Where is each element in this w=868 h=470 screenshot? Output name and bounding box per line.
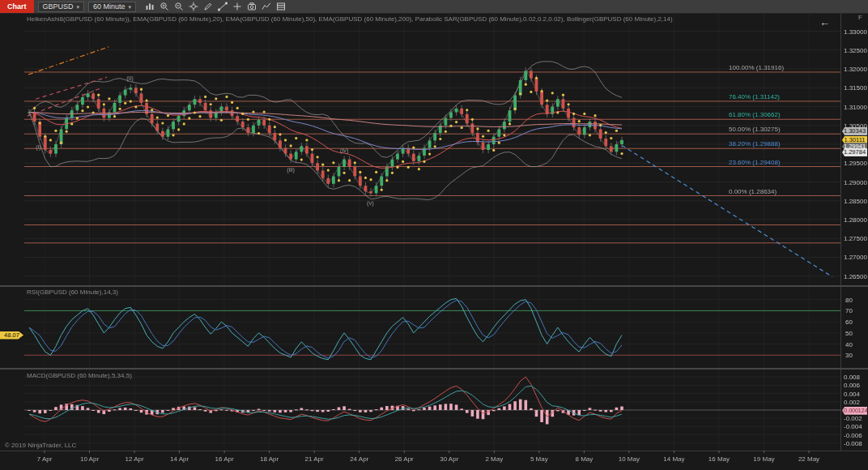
instrument-selector[interactable]: GBPUSD ▾ — [38, 2, 85, 12]
draw-button[interactable] — [201, 1, 215, 12]
interval-value: 60 Minute — [93, 2, 126, 11]
zoom-out-icon — [174, 2, 184, 11]
trendline-button[interactable] — [215, 1, 229, 12]
add-icon — [232, 2, 242, 11]
chevron-down-icon: ▾ — [77, 2, 80, 11]
arrow-left-icon[interactable]: ← — [819, 16, 830, 28]
chevron-down-icon: ▾ — [129, 2, 132, 11]
pencil-icon — [203, 2, 213, 11]
chart-canvas[interactable] — [0, 0, 868, 470]
add-button[interactable] — [230, 1, 244, 12]
chart-style-icon — [145, 2, 155, 11]
fixed-scale-indicator[interactable]: F — [858, 14, 862, 21]
trendline-icon — [218, 2, 228, 11]
panel-splitter-macd[interactable] — [0, 368, 868, 370]
snapshot-button[interactable] — [245, 1, 258, 12]
data-box-button[interactable] — [274, 1, 287, 12]
indicators-button[interactable] — [259, 1, 273, 12]
zoom-out-button[interactable] — [172, 1, 185, 12]
zoom-in-button[interactable] — [157, 1, 171, 12]
snapshot-icon — [247, 2, 257, 11]
crosshair-button[interactable] — [186, 1, 200, 12]
indicators-icon — [262, 2, 271, 11]
chart-style-button[interactable] — [143, 1, 156, 12]
crosshair-icon — [189, 2, 198, 11]
zoom-in-icon — [160, 2, 169, 11]
instrument-value: GBPUSD — [43, 2, 74, 11]
tab-chart[interactable]: Chart — [0, 0, 34, 13]
toolbar: Chart GBPUSD ▾ 60 Minute ▾ — [0, 0, 868, 14]
panel-splitter-rsi[interactable] — [0, 285, 868, 287]
chart-window: Chart GBPUSD ▾ 60 Minute ▾ HeikenAshi8(G… — [0, 0, 868, 470]
data-box-icon — [276, 2, 286, 11]
interval-selector[interactable]: 60 Minute ▾ — [88, 2, 136, 12]
toolbar-buttons — [143, 1, 287, 12]
